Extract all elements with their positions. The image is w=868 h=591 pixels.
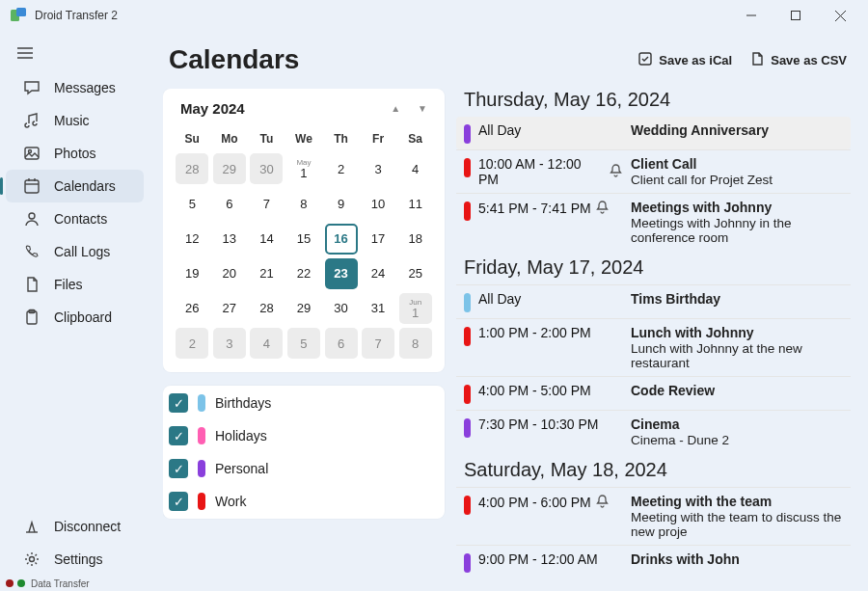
day-cell[interactable]: 30 [325,293,358,324]
day-cell[interactable]: 27 [213,293,246,324]
day-cell[interactable]: 2 [176,328,208,359]
day-cell[interactable]: 5 [176,189,208,220]
day-cell[interactable]: May1 [287,154,320,185]
day-cell[interactable]: 10 [362,189,394,220]
checkbox-icon[interactable]: ✓ [169,459,188,478]
legend-row[interactable]: ✓ Birthdays [169,393,439,413]
sidebar-item-call-logs[interactable]: Call Logs [6,235,144,268]
event-color-pill [464,385,471,404]
event-row[interactable]: All Day Tims Birthday [456,284,851,318]
day-cell[interactable]: 7 [362,328,394,359]
month-calendar: May 2024 ▲ ▼ Su Mo Tu We Th [163,89,445,372]
event-description: Cinema - Dune 2 [631,433,847,447]
checkbox-icon[interactable]: ✓ [169,426,188,445]
day-cell[interactable]: 29 [287,293,320,324]
checkbox-icon[interactable]: ✓ [169,492,188,511]
day-heading: Thursday, May 16, 2024 [464,89,851,111]
close-button[interactable] [818,0,862,31]
sidebar-item-label: Call Logs [54,244,110,259]
bell-icon [595,494,610,511]
event-row[interactable]: 4:00 PM - 5:00 PM Code Review [456,376,851,410]
page-title: Calendars [169,44,299,75]
event-row[interactable]: 9:00 PM - 12:00 AM Drinks with John [456,545,851,576]
maximize-button[interactable] [773,0,818,31]
day-cell[interactable]: 6 [325,328,358,359]
sidebar-item-label: Files [54,277,83,292]
event-row[interactable]: 10:00 AM - 12:00 PM Client CallClient ca… [456,149,851,193]
day-cell-today[interactable]: 16 [325,224,358,255]
day-cell[interactable]: 3 [213,328,246,359]
day-cell[interactable]: 12 [176,224,208,255]
day-cell[interactable]: 14 [250,224,283,255]
legend-row[interactable]: ✓ Personal [169,459,439,478]
day-cell[interactable]: 3 [362,153,394,184]
status-dot-green [17,579,25,587]
day-cell-selected[interactable]: 23 [325,258,358,289]
event-row[interactable]: 4:00 PM - 6:00 PM Meeting with the teamM… [456,487,851,545]
day-cell[interactable]: 8 [399,328,432,359]
calendar-prev-button[interactable]: ▲ [391,103,400,114]
day-cell[interactable]: 26 [176,293,208,324]
event-row[interactable]: 1:00 PM - 2:00 PM Lunch with JohnnyLunch… [456,318,851,376]
day-cell[interactable]: 15 [287,224,320,255]
save-ical-icon [637,51,653,69]
day-cell[interactable]: 7 [250,189,283,220]
day-cell[interactable]: 18 [399,224,432,255]
day-cell[interactable]: 25 [399,258,432,289]
day-cell[interactable]: 21 [250,258,283,289]
legend-row[interactable]: ✓ Work [169,492,439,511]
event-color-pill [464,496,471,515]
color-pill [198,394,205,412]
minimize-button[interactable] [729,0,773,31]
day-cell[interactable]: 2 [325,153,358,184]
day-cell[interactable]: 13 [213,224,246,255]
day-cell[interactable]: 29 [213,153,246,184]
day-cell[interactable]: 9 [325,189,358,220]
day-cell[interactable]: 20 [213,258,246,289]
sidebar-item-files[interactable]: Files [6,268,144,301]
calendar-next-button[interactable]: ▼ [418,103,427,114]
sidebar-item-contacts[interactable]: Contacts [6,202,144,235]
day-cell[interactable]: Jun1 [399,293,432,324]
sidebar-item-music[interactable]: Music [6,104,144,137]
day-cell[interactable]: 8 [287,189,320,220]
event-row[interactable]: 7:30 PM - 10:30 PM CinemaCinema - Dune 2 [456,410,851,453]
day-cell[interactable]: 28 [250,293,283,324]
event-title: Code Review [631,383,847,398]
save-as-ical-button[interactable]: Save as iCal [637,51,732,69]
day-cell[interactable]: 4 [399,153,432,184]
sidebar-item-label: Contacts [54,211,107,227]
legend-row[interactable]: ✓ Holidays [169,426,439,445]
day-cell[interactable]: 22 [287,258,320,289]
day-cell[interactable]: 24 [362,258,394,289]
day-cell[interactable]: 31 [362,293,394,324]
day-cell[interactable]: 28 [176,153,208,184]
day-cell[interactable]: 19 [176,258,208,289]
checkbox-icon[interactable]: ✓ [169,393,188,413]
save-as-csv-button[interactable]: Save as CSV [749,51,847,69]
day-cell[interactable]: 30 [250,153,283,184]
menu-toggle-button[interactable] [0,39,149,71]
day-cell[interactable]: 11 [399,189,432,220]
window-title: Droid Transfer 2 [35,9,118,22]
title-bar: Droid Transfer 2 [0,0,868,31]
day-cell[interactable]: 17 [362,224,394,255]
day-cell[interactable]: 4 [250,328,283,359]
day-cell[interactable]: 6 [213,189,246,220]
sidebar-item-settings[interactable]: Settings [6,543,144,576]
event-row[interactable]: 5:41 PM - 7:41 PM Meetings with JohnnyMe… [456,193,851,251]
bell-icon [595,200,610,217]
sidebar: Messages Music Photos Calendars Contacts… [0,31,149,576]
svg-rect-1 [16,8,26,16]
sidebar-item-label: Photos [54,146,96,161]
event-row[interactable]: All Day Wedding Anniversary [456,117,851,149]
sidebar-item-clipboard[interactable]: Clipboard [6,301,144,334]
sidebar-item-messages[interactable]: Messages [6,71,144,104]
day-cell[interactable]: 5 [287,328,320,359]
event-time: All Day [478,291,623,307]
file-icon [23,276,41,293]
legend-label: Holidays [215,428,267,443]
sidebar-item-calendars[interactable]: Calendars [6,170,144,202]
sidebar-item-disconnect[interactable]: Disconnect [6,510,144,543]
sidebar-item-photos[interactable]: Photos [6,137,144,170]
